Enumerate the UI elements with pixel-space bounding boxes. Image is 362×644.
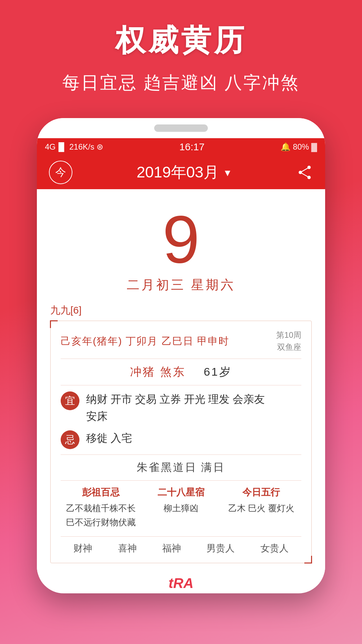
five-gods-item-0: 财神 [73,542,92,555]
divider-2 [61,385,301,385]
col1-title: 彭祖百忌 [61,486,141,499]
phone-top [37,118,325,138]
divider-1 [61,359,301,359]
col3-title: 今日五行 [221,486,301,499]
month-selector[interactable]: 2019年03月 ▼ [136,162,232,183]
conflict-text: 冲猪 煞东 [130,365,185,378]
status-time: 16:17 [179,141,204,153]
ji-badge: 忌 [61,430,79,449]
marketing-section: 权威黄历 每日宜忌 趋吉避凶 八字冲煞 [0,0,362,105]
divider-3 [61,454,301,455]
ji-row: 忌 移徙 入宅 [61,430,301,449]
five-gods-row: 财神 喜神 福神 男贵人 女贵人 [61,536,301,555]
col1-line2: 巳不远行财物伏藏 [61,516,141,530]
month-title-text: 2019年03月 [136,162,219,183]
yi-text: 纳财 开市 交易 立券 开光 理发 会亲友 安床 [86,391,301,425]
five-gods-item-4: 女贵人 [260,542,289,555]
calendar-body: 9 二月初三 星期六 九九[6] 己亥年(猪年) 丁卯月 乙巳日 甲申时 第10… [37,189,325,573]
three-col-row: 彭祖百忌 乙不栽植千株不长 巳不远行财物伏藏 二十八星宿 柳土獐凶 今日五行 乙… [61,486,301,529]
nine-nine-label: 九九[6] [50,304,312,317]
five-gods-item-1: 喜神 [118,542,137,555]
bottom-area: tRA [37,573,325,593]
col1-line1: 乙不栽植千株不长 [61,501,141,516]
divider-4 [61,480,301,481]
today-label: 今 [55,165,66,180]
ganzhi-text: 己亥年(猪年) 丁卯月 乙巳日 甲申时 [61,334,229,348]
pengzu-col: 彭祖百忌 乙不栽植千株不长 巳不远行财物伏藏 [61,486,141,529]
ganzhi-row: 己亥年(猪年) 丁卯月 乙巳日 甲申时 第10周 双鱼座 [61,329,301,353]
status-right: 🔔 80% ▓ [281,142,317,152]
svg-line-4 [300,172,309,177]
col2-content: 柳土獐凶 [141,501,221,516]
special-day: 朱雀黑道日 满日 [61,460,301,475]
week-line2: 双鱼座 [276,341,301,353]
week-zodiac: 第10周 双鱼座 [276,329,301,353]
col1-content: 乙不栽植千株不长 巳不远行财物伏藏 [61,501,141,529]
today-button[interactable]: 今 [49,161,72,184]
watermark-text: tRA [169,575,194,591]
xingxiu-col: 二十八星宿 柳土獐凶 [141,486,221,529]
status-bar: 4G▐▌ 216K/s ⊛ 16:17 🔔 80% ▓ [37,138,325,156]
col3-content: 乙木 巳火 覆灯火 [221,501,301,516]
conflict-age: 61岁 [204,365,232,378]
five-gods-item-2: 福神 [162,542,181,555]
phone-mockup: 4G▐▌ 216K/s ⊛ 16:17 🔔 80% ▓ 今 2019年03月 ▼ [37,118,325,593]
app-header: 今 2019年03月 ▼ [37,156,325,189]
dropdown-arrow-icon: ▼ [223,168,232,178]
info-card: 己亥年(猪年) 丁卯月 乙巳日 甲申时 第10周 双鱼座 冲猪 煞东 61岁 宜… [50,321,312,563]
share-icon [297,165,312,180]
week-line1: 第10周 [276,329,301,341]
yi-content: 纳财 开市 交易 立券 开光 理发 会亲友 安床 [86,393,265,422]
share-button[interactable] [296,164,313,181]
signal-text: 4G▐▌ 216K/s ⊛ [45,142,103,152]
speaker [154,124,208,132]
marketing-subtitle: 每日宜忌 趋吉避凶 八字冲煞 [13,71,349,95]
wuxing-col: 今日五行 乙木 巳火 覆灯火 [221,486,301,529]
big-date-lunar: 二月初三 星期六 [50,276,312,293]
col2-title: 二十八星宿 [141,486,221,499]
marketing-title: 权威黄历 [13,20,349,61]
svg-line-3 [300,167,309,172]
five-gods-item-3: 男贵人 [206,542,235,555]
status-left: 4G▐▌ 216K/s ⊛ [45,142,103,152]
yi-badge: 宜 [61,391,79,410]
big-date-container: 9 二月初三 星期六 [50,206,312,293]
conflict-row: 冲猪 煞东 61岁 [61,364,301,380]
battery-text: 🔔 80% ▓ [281,142,317,152]
ji-text: 移徙 入宅 [86,430,301,447]
yi-row: 宜 纳财 开市 交易 立券 开光 理发 会亲友 安床 [61,391,301,425]
big-date-number: 9 [50,206,312,273]
